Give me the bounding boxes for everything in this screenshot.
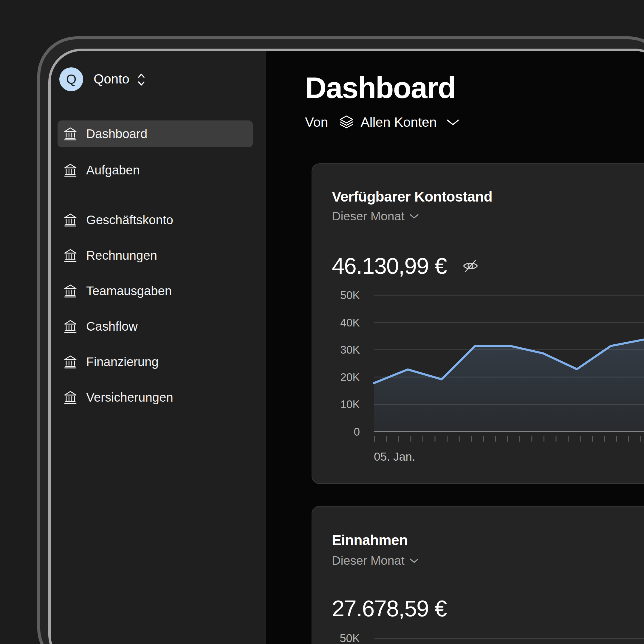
x-axis-first-label: 05. Jan. (374, 450, 415, 463)
balance-area-chart: 010K20K30K40K50K05. Jan. (329, 284, 644, 469)
y-axis-tick-label: 20K (340, 371, 360, 383)
account-filter[interactable]: Von Allen Konten (305, 114, 459, 130)
hide-balance-eye-off-icon[interactable] (463, 258, 478, 274)
period-dropdown[interactable]: Dieser Monat (332, 209, 419, 223)
sidebar-item-label: Rechnungen (86, 248, 157, 263)
sidebar-item-label: Versicherungen (86, 390, 173, 405)
sidebar-item-rechnungen[interactable]: Rechnungen (58, 242, 253, 269)
balance-amount: 46.130,99 € (332, 253, 447, 279)
sidebar-item-label: Geschäftskonto (86, 213, 173, 227)
bank-icon (63, 284, 78, 298)
y-axis-tick-label: 10K (340, 398, 360, 411)
y-axis-tick-label: 0 (354, 426, 360, 438)
card-available-balance: Verfügbarer Kontostand Dieser Monat 46.1… (312, 163, 644, 484)
sidebar-item-geschaftskonto[interactable]: Geschäftskonto (58, 207, 253, 233)
sidebar-item-label: Aufgaben (86, 163, 140, 177)
sidebar-item-aufgaben[interactable]: Aufgaben (58, 157, 253, 184)
y-axis-tick-label: 30K (340, 344, 360, 356)
bank-icon (63, 248, 78, 263)
y-axis-tick-label: 40K (340, 317, 360, 329)
qonto-logo-letter: Q (66, 72, 76, 87)
org-switcher-chevrons-icon[interactable] (137, 72, 146, 88)
page-title: Dashboard (305, 72, 455, 103)
card-title: Verfügbarer Kontostand (332, 188, 492, 205)
bank-icon (63, 390, 78, 405)
period-value: Dieser Monat (332, 554, 405, 568)
card-income: Einnahmen Dieser Monat 27.678,59 € 50K (312, 506, 644, 644)
bank-icon (63, 163, 78, 177)
y-axis-tick-label: 50K (340, 289, 360, 301)
sidebar-item-label: Finanzierung (86, 355, 159, 369)
income-amount: 27.678,59 € (332, 595, 447, 621)
sidebar-item-cashflow[interactable]: Cashflow (58, 313, 253, 340)
sidebar-item-label: Cashflow (86, 319, 138, 334)
filter-selected-value: Allen Konten (361, 114, 437, 130)
gridline (374, 638, 644, 639)
chart-area-fill (374, 339, 644, 432)
y-axis-tick-label: 50K (323, 632, 360, 644)
qonto-logo: Q (59, 67, 83, 91)
layers-icon (339, 115, 354, 130)
bank-icon (63, 127, 78, 141)
sidebar-item-dashboard[interactable]: Dashboard (58, 120, 253, 147)
sidebar-item-finanzierung[interactable]: Finanzierung (58, 349, 253, 375)
bank-icon (63, 355, 78, 369)
chevron-down-icon (409, 213, 419, 219)
bank-icon (63, 213, 78, 227)
period-value: Dieser Monat (332, 209, 405, 223)
sidebar-item-label: Teamausgaben (86, 284, 172, 298)
card-title: Einnahmen (332, 532, 408, 548)
sidebar-item-label: Dashboard (86, 127, 147, 141)
qonto-dashboard-screen: Q Qonto DashboardAufgabenGeschäftskontoR… (0, 0, 644, 644)
sidebar-item-teamausgaben[interactable]: Teamausgaben (58, 278, 253, 304)
chevron-down-icon (446, 118, 459, 126)
filter-prefix-label: Von (305, 114, 328, 130)
organization-name: Qonto (94, 72, 129, 86)
bank-icon (63, 319, 78, 334)
period-dropdown[interactable]: Dieser Monat (332, 554, 419, 568)
sidebar-item-versicherungen[interactable]: Versicherungen (58, 384, 253, 411)
chevron-down-icon (409, 558, 419, 564)
